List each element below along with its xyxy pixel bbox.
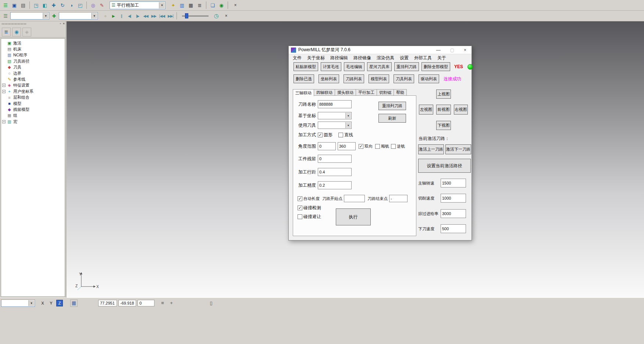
layers-icon[interactable]: ☰ [1, 1, 10, 9]
activate-prev-toolpath-button[interactable]: 激活上一刀路 [418, 144, 444, 154]
tree-item-patterns[interactable]: ✎参考线 [1, 76, 65, 82]
panel-restore-icon[interactable]: ▫ [60, 22, 61, 25]
xinghe-tool-library-button[interactable]: 星河刀具库 [367, 62, 392, 71]
go-end-icon[interactable]: ▶▶| [167, 12, 174, 20]
coord-list-button[interactable]: 坐标列表 [319, 74, 339, 83]
close-icon[interactable]: × [464, 48, 466, 53]
cutting-feed-input[interactable]: 1000 [441, 194, 466, 203]
tree-item-nc-programs[interactable]: ▥NC程序 [1, 52, 65, 58]
skim-feed-input[interactable]: 3000 [441, 209, 466, 218]
search-icon[interactable]: ◉ [217, 1, 225, 9]
axis-z-button[interactable]: Z [56, 300, 63, 306]
axis-x-button[interactable]: X [39, 300, 46, 306]
tree-item-groups[interactable]: ▦组 [1, 113, 65, 119]
end-point-input[interactable]: - [389, 195, 408, 202]
dialog-title-bar[interactable]: PowerMILL 忆梦星河 7.0.6 — ▢ × [289, 46, 472, 54]
execute-button[interactable]: 执行 [336, 208, 371, 225]
translate-icon[interactable]: ✚ [50, 1, 58, 9]
set-active-path-button[interactable]: 设置当前激活路径 [418, 159, 471, 173]
view-bottom-button[interactable]: 下视图 [436, 121, 451, 130]
delete-selected-button[interactable]: 删除已选 [293, 74, 314, 83]
wizard-icon[interactable]: ✦ [169, 1, 177, 9]
view-left-button[interactable]: 左视图 [419, 105, 433, 115]
bidirectional-checkbox[interactable]: 双向 [359, 144, 373, 149]
view-right-button[interactable]: 右视图 [454, 105, 468, 115]
tree-item-activate[interactable]: ▣激活 [1, 40, 65, 46]
rewind-icon[interactable]: ◀◀ [142, 12, 149, 20]
tree-item-tools[interactable]: ◆刀具 [1, 64, 65, 70]
coordinate-z-field[interactable]: 0 [138, 300, 154, 306]
menu-file[interactable]: 文件 [293, 55, 302, 61]
start-point-input[interactable] [344, 195, 365, 202]
tool-list-button[interactable]: 刀具列表 [394, 74, 414, 83]
panel-grip[interactable]: ▫ × [0, 21, 66, 27]
toolpath-name-input[interactable]: 888888 [318, 100, 352, 108]
activate-next-toolpath-button[interactable]: 激活下一刀路 [445, 144, 471, 154]
menu-about[interactable]: 关于 [437, 55, 446, 61]
tab-saw-cut[interactable]: 切割锯 [377, 89, 394, 96]
measure-icon[interactable]: ≣ [196, 1, 204, 9]
globe-icon[interactable]: ◉ [12, 28, 21, 36]
menu-path-mirror[interactable]: 路径镜像 [353, 55, 371, 61]
go-start-icon[interactable]: |◀◀ [158, 12, 166, 20]
play-icon[interactable]: ▶ [110, 12, 117, 20]
axis-y-button[interactable]: Y [48, 300, 54, 306]
tree-item-macros[interactable]: +▥宏 [1, 119, 65, 124]
tree-item-boundaries[interactable]: ○边界 [1, 70, 65, 76]
expander-plus-icon[interactable]: + [2, 120, 6, 123]
based-coord-select[interactable]: ▾ [318, 112, 352, 119]
compute-block-button[interactable]: 计算毛坯 [321, 62, 341, 71]
bulb-icon[interactable]: ○ [102, 12, 109, 20]
mode-line-checkbox[interactable]: 直线 [338, 132, 353, 138]
save-icon[interactable]: ▣ [10, 1, 18, 9]
block-edit-button[interactable]: 毛坯编辑 [344, 62, 364, 71]
pages-icon[interactable]: ▯ [207, 300, 215, 306]
sim-tool-select[interactable]: ▾ [59, 12, 98, 20]
mode-circle-checkbox[interactable]: 圆形 [318, 132, 332, 138]
tab-four-axis[interactable]: 四轴联动 [314, 89, 335, 96]
plane-icon[interactable]: ◧ [41, 1, 49, 9]
spindle-speed-input[interactable]: 1500 [441, 179, 466, 187]
tolerance-input[interactable]: 0.2 [318, 181, 352, 189]
step-back-icon[interactable]: ◀| [126, 12, 133, 20]
tree-item-models[interactable]: ■模型 [1, 101, 65, 106]
menu-external-tools[interactable]: 外部工具 [414, 55, 432, 61]
list-icon[interactable]: ≡ [159, 300, 166, 306]
boundary-icon[interactable]: ◎ [89, 1, 97, 9]
sim-toolbar-close-button[interactable]: × [223, 13, 229, 19]
stepover-input[interactable]: 0.4 [318, 168, 352, 176]
collision-check-checkbox[interactable]: 碰撞检测 [298, 205, 321, 211]
paste-new-model-button[interactable]: 粘贴新模型 [293, 62, 318, 71]
menu-render-sim[interactable]: 渲染仿真 [377, 55, 394, 61]
tree-item-toolpaths[interactable]: ▧刀具路径 [1, 58, 65, 64]
print-icon[interactable]: ▤ [19, 1, 27, 9]
toolbar-close-button[interactable]: × [232, 2, 238, 8]
grid-toggle-button[interactable]: ▦ [70, 299, 78, 307]
block-icon[interactable]: ◳ [32, 1, 40, 9]
conventional-mill-checkbox[interactable]: 逆铣 [391, 144, 405, 149]
strategy-select[interactable]: ☰ 平行精加工 ▾ [110, 1, 166, 9]
angle-from-input[interactable]: 0 [318, 142, 336, 150]
tree-item-workplanes[interactable]: ++用户坐标系 [1, 88, 65, 94]
menu-path-edit[interactable]: 路径编辑 [330, 55, 348, 61]
step-forward-icon[interactable]: |▶ [134, 12, 141, 20]
layers-icon[interactable]: ☰ [1, 12, 10, 20]
tab-swivel-head[interactable]: 摆头联动 [335, 89, 356, 96]
use-tool-select[interactable]: ▾ [318, 122, 352, 129]
sim-toolpath-select[interactable]: ▾ [10, 12, 49, 20]
reorder-toolpaths-button[interactable]: 重排列刀路 [394, 62, 419, 71]
scale-icon[interactable]: ◰ [76, 1, 84, 9]
tab-parallel[interactable]: 平行加工 [356, 89, 377, 96]
slider-handle[interactable] [185, 13, 188, 18]
panel-close-icon[interactable]: × [63, 22, 65, 25]
axes-icon[interactable]: + [168, 300, 175, 306]
model-list-button[interactable]: 模型列表 [369, 74, 389, 83]
chart-icon[interactable]: ▥ [178, 1, 186, 9]
menu-about-coords[interactable]: 关于坐标 [307, 55, 325, 61]
tree-item-machine-tool[interactable]: ▤机床 [1, 46, 65, 52]
expander-plus-icon[interactable]: + [2, 90, 6, 93]
clipboard-icon[interactable]: ❏ [209, 1, 217, 9]
rotate-icon[interactable]: ↻ [58, 1, 67, 9]
clock-icon[interactable]: ◷ [212, 13, 220, 19]
coordinate-x-field[interactable]: 77.2951 [98, 300, 117, 306]
